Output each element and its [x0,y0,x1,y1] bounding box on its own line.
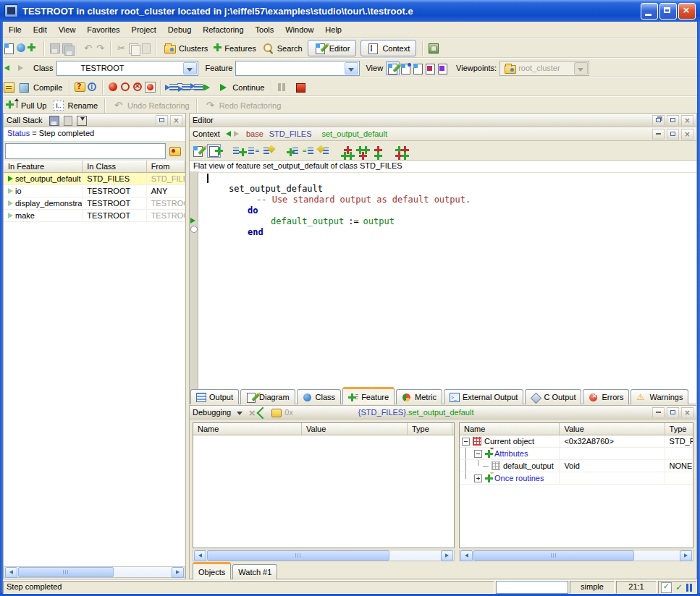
context-forward-icon[interactable] [234,129,239,138]
objects-col-name[interactable]: Name [460,423,560,435]
collapse-icon[interactable] [462,438,470,446]
scroll-right-icon[interactable] [441,550,453,561]
object-tree-row[interactable]: Once routines [460,472,693,485]
descendants-icon[interactable] [356,145,368,157]
tab-c-output[interactable]: C Output [525,389,581,404]
tab-feature[interactable]: Feature [342,387,395,404]
copy-icon[interactable] [127,42,140,54]
scroll-thumb[interactable] [473,550,634,561]
pause-button[interactable] [276,81,288,93]
redo-icon[interactable]: ↷ [94,42,106,54]
feature-combo-arrow-icon[interactable] [345,62,358,74]
redo-refactoring-button[interactable]: ↷ Redo Refactoring [201,98,284,113]
open-icon[interactable] [15,42,28,54]
paste-icon[interactable] [140,42,152,54]
run-ignore-breakpoints-icon[interactable] [202,81,214,93]
show-callees-icon[interactable] [287,145,299,157]
show-creators-icon[interactable] [263,145,275,157]
ancestors-icon[interactable] [341,145,353,157]
objects-col-type[interactable]: Type [665,423,693,435]
crumb-feature[interactable]: set_output_default [321,129,387,138]
tab-external-output[interactable]: >_External Output [444,389,523,404]
locals-col-name[interactable]: Name [193,423,302,435]
object-tree-row[interactable]: default_output Void NONE [460,460,693,472]
step-into-icon[interactable] [177,81,190,93]
objects-hscrollbar[interactable] [459,550,693,561]
show-callers-icon[interactable] [232,145,245,157]
object-tree-row[interactable]: Attributes [460,448,693,460]
step-over-icon[interactable] [165,81,177,93]
panel-close-button[interactable]: × [681,129,693,140]
maximize-button[interactable] [659,3,677,20]
editor-view-icon[interactable] [386,61,400,75]
back-icon[interactable] [3,61,17,76]
panel-close-button[interactable]: × [170,115,182,126]
col-in-class[interactable]: In Class [83,161,146,172]
suppliers-icon[interactable] [395,145,408,157]
save-layout-icon[interactable] [427,42,439,54]
add-icon[interactable] [28,41,40,56]
context-back-icon[interactable] [226,129,231,138]
debugging-menu-arrow-icon[interactable] [237,408,243,417]
show-assigners-icon[interactable]: = [248,145,260,157]
close-button[interactable]: × [678,3,696,20]
features-button[interactable]: Features [211,42,258,54]
project-settings-icon[interactable] [3,81,15,93]
panel-float-button[interactable] [652,115,665,126]
scroll-left-icon[interactable] [194,550,206,561]
continue-button[interactable]: Continue [214,80,267,95]
objects-col-value[interactable]: Value [560,423,665,435]
cut-icon[interactable]: ✂ [115,42,127,54]
editor-toggle-button[interactable]: Editor [308,40,357,56]
compile-button[interactable]: Compile [15,80,65,95]
code-editor[interactable]: set_output_default -- Use standard outpu… [198,173,696,403]
interface-view-icon[interactable] [437,62,449,74]
menu-debug[interactable]: Debug [162,23,197,36]
call-stack-row[interactable]: make TESTROOT TESTROOT [4,210,185,222]
menu-refactoring[interactable]: Refactoring [197,23,249,36]
stop-button[interactable] [294,81,306,93]
save-icon[interactable] [49,42,61,54]
scroll-left-icon[interactable] [5,567,17,578]
menu-favorites[interactable]: Favorites [81,23,125,36]
breakpoint-disable-icon[interactable] [119,81,132,93]
tab-diagram[interactable]: Diagram [240,389,295,404]
breakpoint-show-icon[interactable] [144,81,156,93]
class-combo[interactable]: TESTROOT [56,61,198,76]
search-button[interactable]: Search [259,41,305,56]
panel-maximize-button[interactable] [667,115,679,126]
stack-filter-input[interactable] [5,143,166,159]
hex-format-label[interactable]: 0x [284,408,293,417]
menu-file[interactable]: File [3,23,28,36]
call-stack-row[interactable]: io TESTROOT ANY [4,185,185,197]
save-all-icon[interactable] [61,42,73,54]
melt-question-icon[interactable]: ? [74,81,86,93]
clickable-view-icon[interactable] [400,62,412,74]
remove-watch-icon[interactable]: × [247,406,257,419]
minimize-button[interactable] [641,3,658,20]
menu-window[interactable]: Window [279,23,319,36]
pull-up-button[interactable]: Pull Up [3,97,49,114]
call-stack-row-current[interactable]: set_output_default STD_FILES STD_FILES [4,173,185,185]
scroll-right-icon[interactable] [172,567,184,578]
clusters-button[interactable]: Clusters [161,41,211,56]
breakpoint-enable-icon[interactable] [107,81,119,93]
call-stack-row[interactable]: display_demonstrat... TESTROOT TESTROOT [4,197,185,210]
menu-help[interactable]: Help [319,23,347,36]
tab-errors[interactable]: ×Errors [583,389,629,404]
drop-object-icon[interactable] [169,145,182,158]
collapse-icon[interactable] [474,450,482,458]
breakpoint-slot-icon[interactable] [190,226,198,233]
class-combo-arrow-icon[interactable] [183,62,197,74]
locals-col-type[interactable]: Type [408,423,452,435]
new-feature-icon[interactable] [207,144,221,158]
watch-bubble-icon[interactable] [271,407,282,418]
new-expression-icon[interactable] [257,407,269,418]
tab-warnings[interactable]: ⚠Warnings [631,389,688,404]
new-window-icon[interactable] [3,42,15,54]
col-in-feature[interactable]: In Feature [4,161,83,172]
scroll-right-icon[interactable] [680,550,692,561]
panel-minimize-button[interactable] [652,129,665,140]
menu-project[interactable]: Project [126,23,162,36]
edit-feature-icon[interactable] [192,145,204,157]
